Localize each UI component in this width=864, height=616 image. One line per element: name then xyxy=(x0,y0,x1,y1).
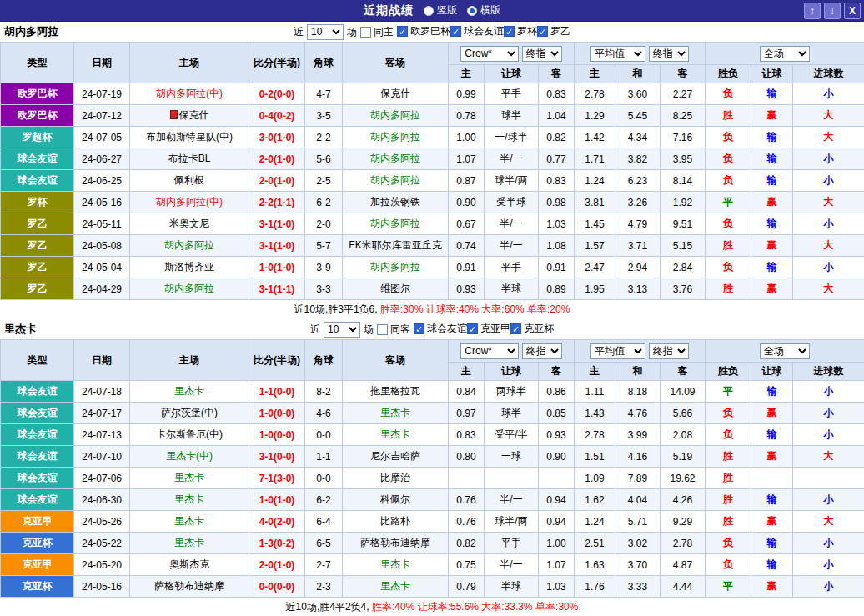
odds-stage-select[interactable]: 终指 xyxy=(522,46,562,62)
home-team[interactable]: 里杰卡(中) xyxy=(130,446,249,468)
avg-odds-away: 2.84 xyxy=(661,257,706,278)
result-outcome: 负 xyxy=(706,127,751,148)
home-team[interactable]: 斯洛博齐亚 xyxy=(130,257,249,278)
home-team[interactable]: 里杰卡 xyxy=(130,468,249,489)
corner-score: 6-2 xyxy=(305,489,343,511)
home-team[interactable]: 布拉卡BL xyxy=(130,148,249,170)
match-count-select[interactable]: 10 xyxy=(307,24,344,40)
handicap-odds-home: 0.78 xyxy=(449,105,485,127)
home-team[interactable]: 萨格勒布迪纳摩 xyxy=(130,576,249,598)
league-filter-checkbox[interactable]: 欧罗巴杯 xyxy=(397,24,450,38)
away-team[interactable]: 科佩尔 xyxy=(343,489,449,511)
summary-line: 近10场,胜3平1负6, 胜率:30% 让球率:40% 大率:60% 单率:20… xyxy=(0,300,864,319)
handicap-line: 半/一 xyxy=(485,148,539,170)
away-team[interactable]: 里杰卡 xyxy=(343,403,449,424)
away-team[interactable]: FK米耶尔库雷亚丘克 xyxy=(343,235,449,257)
layout-horizontal-radio[interactable]: 横版 xyxy=(467,3,500,18)
result-scope-header: 全场 xyxy=(706,340,864,363)
bookmaker-select[interactable]: Crow* xyxy=(460,46,519,62)
league-filter-checkbox[interactable]: 罗乙 xyxy=(537,24,570,38)
league-type-badge: 球会友谊 xyxy=(1,446,74,468)
home-team[interactable]: 佩利根 xyxy=(130,170,249,192)
away-team[interactable]: 比路朴 xyxy=(343,511,449,533)
away-team[interactable]: 胡内多阿拉 xyxy=(343,257,449,278)
result-handicap: 输 xyxy=(751,148,793,170)
away-team[interactable]: 胡内多阿拉 xyxy=(343,105,449,127)
radio-label-horizontal: 横版 xyxy=(480,3,500,18)
same-venue-checkbox[interactable]: 同主 xyxy=(360,25,394,39)
result-outcome: 胜 xyxy=(706,278,751,300)
home-team[interactable]: 米奥文尼 xyxy=(130,213,249,235)
home-team-label: 胡内多阿拉 xyxy=(164,239,214,251)
home-team[interactable]: 奥斯杰克 xyxy=(130,554,249,576)
handicap-line: 平手 xyxy=(485,83,539,105)
match-count-select[interactable]: 10 xyxy=(324,322,360,338)
match-score: 2-0(1-0) xyxy=(249,148,305,170)
home-team[interactable]: 卡尔斯鲁厄(中) xyxy=(130,424,249,446)
home-team-label: 布拉卡BL xyxy=(168,153,211,164)
home-team[interactable]: 里杰卡 xyxy=(130,489,249,511)
sub-header-goals: 进球数 xyxy=(793,65,864,83)
same-venue-checkbox[interactable]: 同客 xyxy=(377,323,410,337)
avg-stage-select[interactable]: 终指 xyxy=(649,343,689,359)
avg-odds-home: 1.57 xyxy=(575,235,615,257)
match-date: 24-07-06 xyxy=(74,468,130,489)
team-name: 胡内多阿拉 xyxy=(4,24,58,39)
away-team[interactable]: 加拉茨钢铁 xyxy=(343,192,449,213)
league-filter-checkbox[interactable]: 球会友谊 xyxy=(414,322,467,336)
home-team[interactable]: 保克什 xyxy=(130,105,249,127)
move-down-button[interactable]: ↓ xyxy=(824,3,841,19)
bookmaker-select[interactable]: Crow* xyxy=(460,343,519,359)
away-team[interactable]: 尼尔吉哈萨 xyxy=(343,446,449,468)
result-outcome: 负 xyxy=(706,148,751,170)
away-team[interactable]: 胡内多阿拉 xyxy=(343,213,449,235)
away-team[interactable]: 胡内多阿拉 xyxy=(343,170,449,192)
home-team[interactable]: 胡内多阿拉 xyxy=(130,235,249,257)
move-up-button[interactable]: ↑ xyxy=(804,3,821,19)
away-team[interactable]: 保克什 xyxy=(343,83,449,105)
scope-select[interactable]: 全场 xyxy=(760,46,810,62)
league-filter-checkbox[interactable]: 球会友谊 xyxy=(450,24,504,38)
league-filter-checkbox[interactable]: 克亚甲 xyxy=(467,322,510,336)
result-goals: 小 xyxy=(793,148,864,170)
away-team[interactable]: 胡内多阿拉 xyxy=(343,148,449,170)
handicap-odds-away: 0.89 xyxy=(539,278,575,300)
avg-stage-select[interactable]: 终指 xyxy=(649,46,689,62)
average-select[interactable]: 平均值 xyxy=(590,46,645,62)
away-team[interactable]: 里杰卡 xyxy=(343,554,449,576)
away-team[interactable]: 拖里格拉瓦 xyxy=(343,381,449,403)
home-team[interactable]: 胡内多阿拉(中) xyxy=(130,83,249,105)
away-team[interactable]: 里杰卡 xyxy=(343,576,449,598)
away-team[interactable]: 维图尔 xyxy=(343,278,449,300)
away-team[interactable]: 胡内多阿拉 xyxy=(343,127,449,148)
home-team[interactable]: 里杰卡 xyxy=(130,511,249,533)
league-filter-checkbox[interactable]: 罗杯 xyxy=(504,24,537,38)
away-team[interactable]: 里杰卡 xyxy=(343,424,449,446)
result-goals xyxy=(793,468,864,489)
away-team[interactable]: 比摩治 xyxy=(343,468,449,489)
result-goals: 大 xyxy=(793,278,864,300)
home-team[interactable]: 胡内多阿拉(中) xyxy=(130,192,249,213)
home-team[interactable]: 里杰卡 xyxy=(130,533,249,554)
team-mark-icon xyxy=(170,110,178,119)
average-select[interactable]: 平均值 xyxy=(590,343,645,359)
avg-odds-home: 1.71 xyxy=(575,148,615,170)
handicap-line: 半/一 xyxy=(485,213,539,235)
close-button[interactable]: X xyxy=(844,3,861,19)
home-team-label: 奥斯杰克 xyxy=(169,558,209,570)
home-team[interactable]: 里杰卡 xyxy=(130,381,249,403)
checkbox-checked-icon xyxy=(450,26,461,37)
match-date: 24-04-29 xyxy=(74,278,130,300)
home-team[interactable]: 胡内多阿拉 xyxy=(130,278,249,300)
odds-stage-select[interactable]: 终指 xyxy=(522,343,562,359)
match-score: 4-0(2-0) xyxy=(249,511,305,533)
away-team[interactable]: 萨格勒布迪纳摩 xyxy=(343,533,449,554)
layout-vertical-radio[interactable]: 竖版 xyxy=(424,3,457,18)
result-handicap xyxy=(751,468,793,489)
home-team[interactable]: 布加勒斯特星队(中) xyxy=(130,127,249,148)
home-team[interactable]: 萨尔茨堡(中) xyxy=(130,403,249,424)
result-outcome: 胜 xyxy=(706,105,751,127)
league-filter-checkbox[interactable]: 克亚杯 xyxy=(510,322,554,336)
corner-score: 0-0 xyxy=(305,424,343,446)
scope-select[interactable]: 全场 xyxy=(760,343,810,359)
